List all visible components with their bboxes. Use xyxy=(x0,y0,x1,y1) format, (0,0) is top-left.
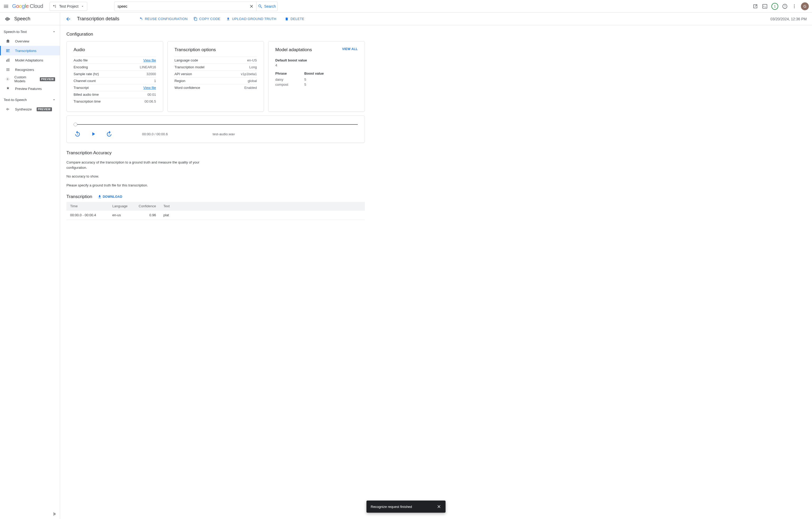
project-name: Test Project xyxy=(59,4,79,8)
sidebar-item-preview-features[interactable]: Preview Features xyxy=(0,84,60,93)
search-input[interactable] xyxy=(114,2,247,11)
free-trial-badge[interactable]: 1 xyxy=(772,3,778,10)
cell-confidence: 0.96 xyxy=(135,210,160,220)
chevron-up-icon xyxy=(52,30,56,34)
boost-row: daisy5 xyxy=(275,77,358,82)
search-button-label: Search xyxy=(264,4,276,8)
cell-text: plat xyxy=(160,210,365,220)
default-boost-label: Default boost value xyxy=(275,58,358,62)
kv-value: 00:06.5 xyxy=(144,99,156,104)
svg-point-16 xyxy=(7,79,8,80)
svg-point-0 xyxy=(53,5,55,6)
search-button[interactable]: Search xyxy=(256,2,277,11)
col-confidence: Confidence xyxy=(135,202,160,210)
avatar[interactable]: G xyxy=(801,2,809,10)
toast-close-icon[interactable] xyxy=(437,504,441,509)
upload-ground-truth-button[interactable]: UPLOAD GROUND TRUTH xyxy=(226,17,276,21)
gcp-logo[interactable]: Google Cloud xyxy=(12,3,43,9)
cloudshell-icon[interactable] xyxy=(762,3,768,9)
play-button[interactable] xyxy=(89,130,97,138)
default-boost-value: 4 xyxy=(275,63,358,67)
toast-message: Recognize request finished xyxy=(371,505,412,509)
col-time: Time xyxy=(66,202,109,210)
page-header: Transcription details REUSE CONFIGURATIO… xyxy=(60,13,812,25)
rewind-5-button[interactable]: 5 xyxy=(74,130,82,138)
kv-value: global xyxy=(248,79,257,83)
main-content: Transcription details REUSE CONFIGURATIO… xyxy=(60,13,812,519)
more-icon[interactable] xyxy=(791,3,797,9)
kv-row: EncodingLINEAR16 xyxy=(74,63,156,70)
synthesize-icon xyxy=(5,107,10,112)
svg-rect-10 xyxy=(7,17,7,21)
phrase-col-header: Phrase xyxy=(275,71,294,76)
chevron-down-icon xyxy=(81,4,84,8)
kv-key: Sample rate (hz) xyxy=(74,72,99,76)
kv-value[interactable]: View file xyxy=(143,58,156,62)
sidebar-item-transcriptions[interactable]: Transcriptions xyxy=(0,46,60,55)
top-header: Google Cloud Test Project Search 1 xyxy=(0,0,812,13)
kv-value: Long xyxy=(249,65,257,69)
sidebar-item-label: Synthesize xyxy=(15,107,32,111)
sidebar-item-custom-models[interactable]: Custom ModelsPREVIEW xyxy=(0,75,60,84)
download-button[interactable]: DOWNLOAD xyxy=(97,195,122,199)
kv-key: Billed audio time xyxy=(74,92,98,96)
view-all-link[interactable]: VIEW ALL xyxy=(342,47,358,51)
player-filename: test-audio.wav xyxy=(213,132,235,136)
player-thumb[interactable] xyxy=(74,123,77,126)
kv-row: Language codeen-US xyxy=(175,57,257,63)
page-title: Transcription details xyxy=(77,16,119,22)
page-timestamp: 03/20/2024, 12:36 PM xyxy=(770,17,807,21)
svg-point-8 xyxy=(794,7,794,8)
reuse-config-button[interactable]: REUSE CONFIGURATION xyxy=(139,17,187,21)
svg-point-2 xyxy=(55,6,56,7)
project-selector[interactable]: Test Project xyxy=(50,2,87,11)
svg-point-6 xyxy=(794,4,794,5)
kv-key: Transcript xyxy=(74,86,89,90)
sidebar-item-label: Preview Features xyxy=(15,87,42,91)
kv-key: Transcription time xyxy=(74,99,101,104)
col-text: Text xyxy=(160,202,365,210)
adaptations-card-title: Model adaptations xyxy=(275,47,312,53)
sidebar-item-recognizers[interactable]: Recognizers xyxy=(0,65,60,75)
kv-value[interactable]: View file xyxy=(143,86,156,90)
svg-text:?: ? xyxy=(784,5,786,8)
product-title[interactable]: Speech xyxy=(0,13,60,25)
boost-phrase: daisy xyxy=(275,78,294,82)
sidebar-section-text-to-speech[interactable]: Text-to-Speech xyxy=(0,95,60,105)
gemini-icon[interactable] xyxy=(752,3,758,9)
help-icon[interactable]: ? xyxy=(782,3,788,9)
clear-search-icon[interactable] xyxy=(247,4,256,9)
hamburger-icon[interactable] xyxy=(3,3,9,9)
delete-button[interactable]: DELETE xyxy=(285,17,304,21)
svg-text:5: 5 xyxy=(109,133,110,136)
svg-rect-18 xyxy=(6,109,7,110)
sidebar-item-label: Transcriptions xyxy=(15,49,36,53)
sidebar-item-overview[interactable]: Overview xyxy=(0,36,60,46)
sidebar-section-speech-to-text[interactable]: Speech-to-Text xyxy=(0,27,60,36)
search-icon xyxy=(258,4,263,9)
kv-row: Audio fileView file xyxy=(74,57,156,63)
custom-models-icon xyxy=(5,77,10,82)
collapse-sidebar-icon[interactable] xyxy=(52,511,58,517)
svg-text:5: 5 xyxy=(77,133,78,136)
preview-features-icon xyxy=(5,86,10,91)
preview-badge: PREVIEW xyxy=(37,107,52,111)
table-row: 00:00.0 - 00:00.4en-us0.96plat xyxy=(66,210,365,220)
transcription-heading: Transcription xyxy=(66,194,92,199)
sidebar-item-label: Model Adaptations xyxy=(15,58,43,62)
kv-key: Region xyxy=(175,79,185,83)
copy-code-button[interactable]: COPY CODE xyxy=(194,17,221,21)
options-card-title: Transcription options xyxy=(175,47,257,53)
recognizers-icon xyxy=(5,67,10,72)
back-button[interactable] xyxy=(65,16,71,22)
kv-row: Transcription modelLong xyxy=(175,63,257,70)
accuracy-desc: Compare accuracy of the transcription to… xyxy=(66,160,204,170)
forward-5-button[interactable]: 5 xyxy=(105,130,113,138)
sidebar-item-model-adaptations[interactable]: Model Adaptations xyxy=(0,55,60,65)
kv-row: API versionv1p1beta1 xyxy=(175,70,257,77)
accuracy-empty: No accuracy to show. xyxy=(66,174,204,179)
audio-card-title: Audio xyxy=(74,47,156,53)
player-track[interactable] xyxy=(74,124,358,125)
sidebar-item-synthesize[interactable]: SynthesizePREVIEW xyxy=(0,105,60,114)
kv-value: Enabled xyxy=(244,86,257,90)
